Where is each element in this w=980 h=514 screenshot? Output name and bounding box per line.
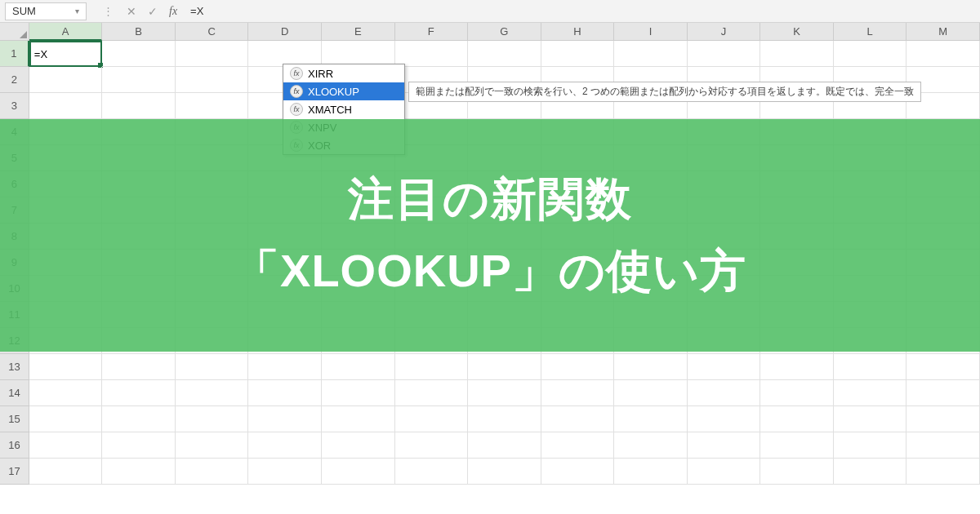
autocomplete-item-xlookup[interactable]: fxXLOOKUP — [283, 82, 404, 100]
cell[interactable] — [176, 354, 249, 380]
cell[interactable] — [29, 432, 103, 459]
cell[interactable] — [395, 41, 469, 67]
row-header-2[interactable]: 2 — [0, 67, 29, 93]
cell[interactable] — [906, 432, 980, 459]
cell[interactable] — [248, 354, 322, 380]
cell[interactable] — [834, 432, 907, 459]
column-header-G[interactable]: G — [468, 23, 541, 41]
cell[interactable] — [760, 459, 834, 485]
column-header-B[interactable]: B — [102, 23, 176, 41]
cell[interactable] — [834, 459, 907, 485]
cell[interactable] — [541, 406, 615, 432]
column-header-F[interactable]: F — [395, 23, 469, 41]
cell[interactable] — [322, 432, 395, 459]
name-box[interactable]: SUM ▾ — [5, 2, 87, 20]
column-header-H[interactable]: H — [541, 23, 615, 41]
cell[interactable] — [468, 459, 541, 485]
cell[interactable] — [102, 93, 176, 119]
formula-input[interactable]: =X — [190, 5, 203, 17]
cell[interactable] — [760, 432, 834, 459]
column-header-D[interactable]: D — [248, 23, 322, 41]
cell[interactable] — [541, 459, 615, 485]
cell[interactable] — [248, 406, 322, 432]
cell[interactable] — [322, 380, 395, 406]
fx-icon[interactable]: fx — [169, 5, 177, 18]
cell[interactable] — [614, 354, 688, 380]
cell[interactable] — [541, 380, 615, 406]
cell[interactable] — [614, 41, 688, 67]
cell[interactable] — [395, 354, 469, 380]
column-header-K[interactable]: K — [760, 23, 834, 41]
cell[interactable] — [541, 432, 615, 459]
cell[interactable] — [176, 432, 249, 459]
row-header-13[interactable]: 13 — [0, 354, 29, 380]
accept-icon[interactable]: ✓ — [148, 5, 158, 18]
cell[interactable] — [906, 354, 980, 380]
cell[interactable] — [29, 380, 103, 406]
row-header-15[interactable]: 15 — [0, 406, 29, 432]
cell[interactable] — [834, 41, 907, 67]
column-header-M[interactable]: M — [906, 23, 980, 41]
cell[interactable] — [29, 67, 103, 93]
cell[interactable] — [248, 432, 322, 459]
column-header-A[interactable]: A — [29, 23, 103, 41]
cell[interactable] — [541, 41, 615, 67]
cell[interactable] — [176, 459, 249, 485]
cell[interactable] — [834, 406, 907, 432]
cell[interactable] — [29, 93, 103, 119]
cell[interactable] — [248, 380, 322, 406]
column-header-C[interactable]: C — [176, 23, 249, 41]
cell[interactable] — [468, 354, 541, 380]
cell[interactable] — [468, 406, 541, 432]
cell[interactable] — [760, 406, 834, 432]
row-header-16[interactable]: 16 — [0, 432, 29, 459]
cell[interactable] — [688, 406, 761, 432]
cell[interactable] — [102, 41, 176, 67]
column-header-J[interactable]: J — [688, 23, 761, 41]
cell[interactable] — [688, 459, 761, 485]
cell[interactable] — [322, 354, 395, 380]
cell[interactable] — [102, 380, 176, 406]
cell[interactable] — [102, 459, 176, 485]
cell[interactable] — [248, 459, 322, 485]
cell[interactable] — [395, 459, 469, 485]
chevron-down-icon[interactable]: ▾ — [75, 7, 79, 16]
cell[interactable] — [176, 380, 249, 406]
cell[interactable] — [29, 459, 103, 485]
cell[interactable] — [395, 432, 469, 459]
cell[interactable] — [468, 432, 541, 459]
cell[interactable] — [614, 406, 688, 432]
cell[interactable] — [688, 41, 761, 67]
cell[interactable] — [760, 354, 834, 380]
cell[interactable] — [614, 432, 688, 459]
cell[interactable] — [176, 406, 249, 432]
cell[interactable] — [468, 41, 541, 67]
cell[interactable] — [102, 432, 176, 459]
cell[interactable] — [176, 67, 249, 93]
cell[interactable] — [29, 406, 103, 432]
column-header-E[interactable]: E — [322, 23, 395, 41]
cell[interactable] — [468, 380, 541, 406]
autocomplete-item-xmatch[interactable]: fxXMATCH — [283, 100, 404, 118]
cell[interactable] — [834, 354, 907, 380]
cell[interactable] — [688, 432, 761, 459]
column-header-I[interactable]: I — [614, 23, 688, 41]
cell[interactable] — [395, 406, 469, 432]
cell-A1[interactable]: =X — [29, 41, 103, 67]
cell[interactable] — [176, 41, 249, 67]
cell[interactable] — [688, 354, 761, 380]
row-header-17[interactable]: 17 — [0, 459, 29, 485]
cell[interactable] — [834, 380, 907, 406]
cancel-icon[interactable]: ✕ — [127, 5, 136, 18]
select-all-corner[interactable] — [0, 23, 29, 41]
row-header-1[interactable]: 1 — [0, 41, 29, 67]
cell[interactable] — [102, 406, 176, 432]
cell[interactable] — [29, 354, 103, 380]
column-header-L[interactable]: L — [834, 23, 907, 41]
cell[interactable] — [760, 380, 834, 406]
row-header-14[interactable]: 14 — [0, 380, 29, 406]
cell[interactable] — [395, 380, 469, 406]
cell[interactable] — [906, 406, 980, 432]
autocomplete-item-xirr[interactable]: fxXIRR — [283, 64, 404, 82]
cell[interactable] — [102, 67, 176, 93]
